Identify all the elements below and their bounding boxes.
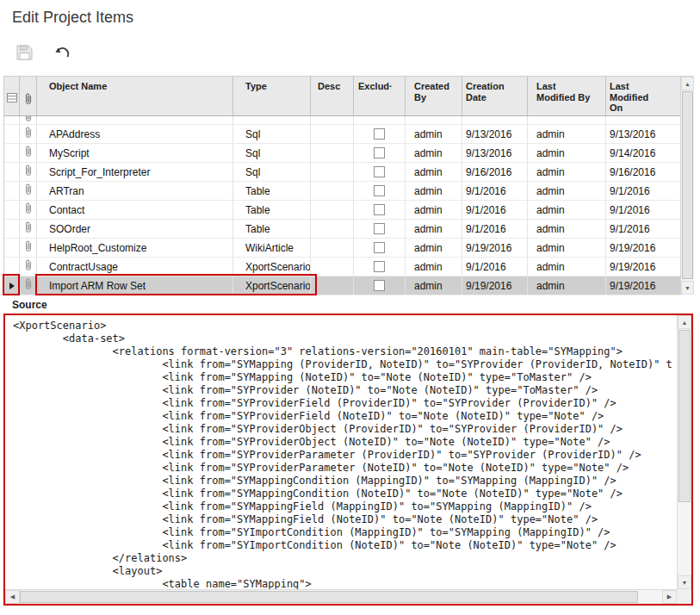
grid-scrollbar-thumb[interactable] xyxy=(682,91,693,279)
object-name-cell[interactable]: Import ARM Row Set xyxy=(37,276,233,295)
last-modified-on-cell[interactable]: 9/19/2016 xyxy=(606,276,681,295)
scroll-up-button[interactable]: ▲ xyxy=(681,77,694,90)
grid-vertical-scrollbar[interactable]: ▲ ▼ xyxy=(680,77,694,295)
creation-date-cell[interactable]: 9/1/2016 xyxy=(462,220,528,238)
column-header-desc[interactable]: Desc xyxy=(311,77,354,115)
type-cell[interactable]: XportScenario xyxy=(233,276,311,295)
save-button[interactable] xyxy=(12,43,36,65)
created-by-cell[interactable]: admin xyxy=(406,163,462,181)
scroll-down-button[interactable]: ▼ xyxy=(681,281,694,295)
creation-date-cell[interactable]: 9/1/2016 xyxy=(462,258,528,276)
type-cell[interactable]: WikiArticle xyxy=(233,239,311,257)
last-modified-on-cell[interactable]: 9/1/2016 xyxy=(606,201,681,219)
last-modified-on-cell[interactable]: 9/19/2016 xyxy=(606,239,681,257)
row-selector-cell[interactable] xyxy=(4,163,20,181)
attachment-cell[interactable] xyxy=(20,276,37,295)
excluded-checkbox[interactable] xyxy=(374,128,385,140)
desc-cell[interactable] xyxy=(311,258,354,276)
last-modified-by-cell[interactable]: admin xyxy=(528,163,606,181)
source-scroll-left-button[interactable]: ◀ xyxy=(5,590,20,604)
last-modified-by-cell[interactable]: admin xyxy=(528,201,606,219)
object-name-cell[interactable]: ARTran xyxy=(37,182,233,200)
attachment-cell[interactable] xyxy=(20,201,37,219)
type-cell[interactable]: Sql xyxy=(233,144,311,162)
source-scroll-down-button[interactable]: ▼ xyxy=(678,575,691,589)
type-cell[interactable]: Sql xyxy=(233,163,311,181)
attachment-cell[interactable] xyxy=(20,144,37,162)
last-modified-on-cell[interactable]: 9/1/2016 xyxy=(606,220,681,238)
desc-cell[interactable] xyxy=(311,220,354,238)
table-row[interactable]: Script_For_Interpreter Sql admin 9/16/20… xyxy=(4,163,681,182)
attachment-cell[interactable] xyxy=(20,220,37,238)
source-code[interactable]: <XportScenario> <data-set> <relations fo… xyxy=(5,315,677,589)
last-modified-on-cell[interactable]: 9/16/2016 xyxy=(606,163,681,181)
excluded-cell[interactable] xyxy=(354,201,406,219)
table-row[interactable]: HelpRoot_Customize WikiArticle admin 9/1… xyxy=(4,239,681,258)
source-horizontal-scrollbar[interactable]: ◀ ▶ xyxy=(5,589,677,604)
last-modified-by-cell[interactable]: admin xyxy=(528,182,606,200)
type-cell[interactable]: Table xyxy=(233,182,311,200)
excluded-cell[interactable] xyxy=(354,163,406,181)
table-row[interactable]: ARTran Table admin 9/1/2016 admin 9/1/20… xyxy=(4,182,681,201)
desc-cell[interactable] xyxy=(311,125,354,143)
creation-date-cell[interactable]: 9/13/2016 xyxy=(462,144,528,162)
last-modified-on-cell[interactable]: 9/19/2016 xyxy=(606,258,681,276)
row-selector-cell[interactable] xyxy=(4,125,20,143)
object-name-cell[interactable]: Script_For_Interpreter xyxy=(37,163,233,181)
excluded-cell[interactable] xyxy=(354,182,406,200)
source-hscrollbar-thumb[interactable] xyxy=(20,591,638,603)
type-cell[interactable]: XportScenario xyxy=(233,258,311,276)
creation-date-cell[interactable]: 9/1/2016 xyxy=(462,182,528,200)
column-header-type[interactable]: Type xyxy=(233,77,311,115)
last-modified-on-cell[interactable]: 9/14/2016 xyxy=(606,144,681,162)
created-by-cell[interactable]: admin xyxy=(406,125,462,143)
created-by-cell[interactable]: admin xyxy=(406,144,462,162)
object-name-cell[interactable]: ContractUsage xyxy=(37,258,233,276)
creation-date-cell[interactable]: 9/19/2016 xyxy=(462,239,528,257)
last-modified-by-cell[interactable]: admin xyxy=(528,125,606,143)
column-header-last-modified-on[interactable]: Last Modified On xyxy=(606,77,681,115)
type-cell[interactable]: Table xyxy=(233,220,311,238)
attachment-cell[interactable] xyxy=(20,125,37,143)
excluded-cell[interactable] xyxy=(354,125,406,143)
desc-cell[interactable] xyxy=(311,239,354,257)
creation-date-cell[interactable]: 9/13/2016 xyxy=(462,125,528,143)
column-header-last-modified-by[interactable]: Last Modified By xyxy=(528,77,606,115)
excluded-checkbox[interactable] xyxy=(374,147,385,158)
table-row[interactable]: MyScript Sql admin 9/13/2016 admin 9/14/… xyxy=(4,144,681,163)
attachment-cell[interactable] xyxy=(20,163,37,181)
creation-date-cell[interactable]: 9/1/2016 xyxy=(462,201,528,219)
column-header-object-name[interactable]: Object Name xyxy=(37,77,233,115)
table-row[interactable]: SOOrder Table admin 9/1/2016 admin 9/1/2… xyxy=(4,220,681,239)
last-modified-by-cell[interactable]: admin xyxy=(528,144,606,162)
excluded-checkbox[interactable] xyxy=(374,242,385,253)
desc-cell[interactable] xyxy=(311,144,354,162)
last-modified-on-cell[interactable]: 9/13/2016 xyxy=(606,125,681,143)
row-selector-cell[interactable] xyxy=(4,182,20,200)
excluded-cell[interactable] xyxy=(354,239,406,257)
attachment-column-header[interactable] xyxy=(20,77,37,115)
attachment-cell[interactable] xyxy=(20,258,37,276)
object-name-cell[interactable]: Contact xyxy=(37,201,233,219)
object-name-cell[interactable]: SOOrder xyxy=(37,220,233,238)
type-cell[interactable]: Table xyxy=(233,201,311,219)
excluded-checkbox[interactable] xyxy=(374,280,385,291)
row-selector-cell[interactable] xyxy=(4,239,20,257)
created-by-cell[interactable]: admin xyxy=(406,258,462,276)
object-name-cell[interactable]: MyScript xyxy=(37,144,233,162)
undo-button[interactable] xyxy=(50,43,74,65)
table-row[interactable]: Contact Table admin 9/1/2016 admin 9/1/2… xyxy=(4,201,681,220)
creation-date-cell[interactable]: 9/16/2016 xyxy=(462,163,528,181)
excluded-cell[interactable] xyxy=(354,258,406,276)
source-scroll-right-button[interactable]: ▶ xyxy=(662,590,677,604)
object-name-cell[interactable]: HelpRoot_Customize xyxy=(37,239,233,257)
object-name-cell[interactable]: APAddress xyxy=(37,125,233,143)
source-scroll-up-button[interactable]: ▲ xyxy=(678,315,691,329)
desc-cell[interactable] xyxy=(311,163,354,181)
created-by-cell[interactable]: admin xyxy=(406,239,462,257)
last-modified-by-cell[interactable]: admin xyxy=(528,239,606,257)
attachment-cell[interactable] xyxy=(20,182,37,200)
excluded-cell[interactable] xyxy=(354,220,406,238)
created-by-cell[interactable]: admin xyxy=(406,276,462,295)
excluded-cell[interactable] xyxy=(354,276,406,295)
